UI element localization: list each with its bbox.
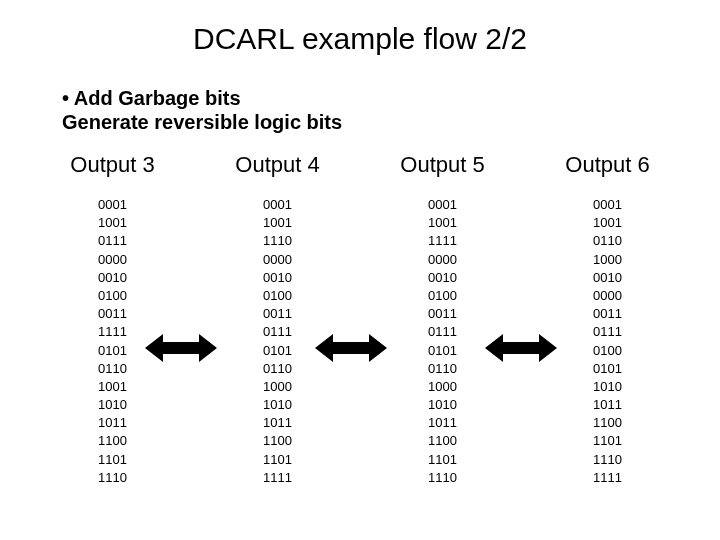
slide-title: DCARL example flow 2/2 xyxy=(0,0,720,56)
bit-list: 0001 1001 1111 0000 0010 0100 0011 0111 … xyxy=(428,196,457,487)
svg-marker-2 xyxy=(485,334,557,362)
svg-marker-1 xyxy=(315,334,387,362)
subhead-line-2: Generate reversible logic bits xyxy=(62,110,720,134)
bit-list: 0001 1001 1110 0000 0010 0100 0011 0111 … xyxy=(263,196,292,487)
subheading: • Add Garbage bits Generate reversible l… xyxy=(62,86,720,134)
subhead-line-1: • Add Garbage bits xyxy=(62,86,720,110)
output-column-3: Output 3 0001 1001 0111 0000 0010 0100 0… xyxy=(70,152,154,487)
double-arrow-icon xyxy=(485,332,557,364)
double-arrow-icon xyxy=(315,332,387,364)
output-column-4: Output 4 0001 1001 1110 0000 0010 0100 0… xyxy=(235,152,319,487)
bit-list: 0001 1001 0111 0000 0010 0100 0011 1111 … xyxy=(98,196,127,487)
output-column-5: Output 5 0001 1001 1111 0000 0010 0100 0… xyxy=(400,152,484,487)
svg-marker-0 xyxy=(145,334,217,362)
output-column-6: Output 6 0001 1001 0110 1000 0010 0000 0… xyxy=(565,152,649,487)
column-header: Output 5 xyxy=(400,152,484,178)
output-columns: Output 3 0001 1001 0111 0000 0010 0100 0… xyxy=(0,152,720,487)
bit-list: 0001 1001 0110 1000 0010 0000 0011 0111 … xyxy=(593,196,622,487)
double-arrow-icon xyxy=(145,332,217,364)
column-header: Output 3 xyxy=(70,152,154,178)
column-header: Output 4 xyxy=(235,152,319,178)
column-header: Output 6 xyxy=(565,152,649,178)
